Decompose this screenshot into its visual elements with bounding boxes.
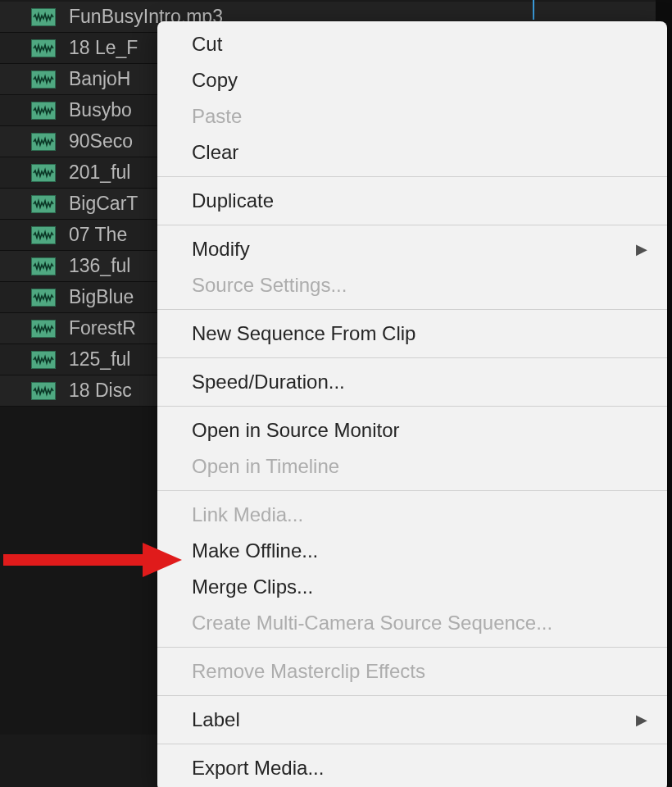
audio-clip-icon	[31, 133, 56, 151]
menu-item-make-offline[interactable]: Make Offline...	[157, 533, 667, 569]
menu-item-label: Paste	[192, 102, 242, 131]
menu-item-clear[interactable]: Clear	[157, 134, 667, 171]
menu-item-paste: Paste	[157, 98, 667, 134]
menu-item-label: New Sequence From Clip	[192, 319, 415, 348]
audio-clip-icon	[31, 102, 56, 120]
menu-item-open-in-source-monitor[interactable]: Open in Source Monitor	[157, 412, 667, 448]
annotation-arrow	[3, 541, 182, 582]
menu-separator	[157, 695, 667, 696]
menu-separator	[157, 744, 667, 744]
menu-item-copy[interactable]: Copy	[157, 62, 667, 98]
audio-clip-icon	[31, 195, 56, 213]
menu-item-export-media[interactable]: Export Media...	[157, 750, 667, 786]
file-name-label: 18 Le_F	[69, 37, 138, 59]
menu-separator	[157, 490, 667, 491]
menu-item-label: Clear	[192, 138, 238, 167]
menu-separator	[157, 225, 667, 225]
audio-clip-icon	[31, 320, 56, 338]
audio-clip-icon	[31, 257, 56, 275]
file-name-label: ForestR	[69, 317, 136, 339]
menu-item-merge-clips[interactable]: Merge Clips...	[157, 569, 667, 605]
submenu-arrow-icon: ▶	[636, 709, 647, 731]
menu-item-source-settings: Source Settings...	[157, 267, 667, 303]
menu-item-label: Source Settings...	[192, 271, 347, 300]
audio-clip-icon	[31, 71, 56, 89]
menu-item-label: Create Multi-Camera Source Sequence...	[192, 608, 552, 638]
file-name-label: 201_ful	[69, 161, 130, 184]
menu-item-modify[interactable]: Modify▶	[157, 231, 667, 267]
menu-item-label: Export Media...	[192, 753, 324, 783]
file-name-label: 90Seco	[69, 130, 133, 152]
menu-item-label: Duplicate	[192, 186, 274, 216]
menu-item-label: Copy	[192, 66, 238, 95]
menu-item-open-in-timeline: Open in Timeline	[157, 448, 667, 484]
menu-item-label: Remove Masterclip Effects	[192, 657, 425, 686]
audio-clip-icon	[31, 351, 56, 369]
audio-clip-icon	[31, 164, 56, 182]
file-name-label: 125_ful	[69, 348, 130, 371]
menu-item-label: Merge Clips...	[192, 572, 313, 602]
context-menu: CutCopyPasteClearDuplicateModify▶Source …	[157, 21, 667, 787]
menu-separator	[157, 176, 667, 177]
menu-item-label: Make Offline...	[192, 536, 318, 566]
menu-item-label: Cut	[192, 30, 222, 59]
menu-item-label: Modify	[192, 234, 250, 264]
svg-marker-1	[143, 543, 182, 577]
audio-clip-icon	[31, 382, 56, 400]
audio-clip-icon	[31, 289, 56, 307]
file-name-label: Busybo	[69, 99, 132, 121]
menu-item-cut[interactable]: Cut	[157, 26, 667, 62]
menu-item-label: Speed/Duration...	[192, 367, 345, 397]
menu-separator	[157, 406, 667, 407]
file-name-label: BigBlue	[69, 286, 134, 308]
menu-separator	[157, 357, 667, 358]
menu-separator	[157, 647, 667, 648]
timeline-playhead	[533, 0, 534, 20]
file-name-label: BigCarT	[69, 193, 138, 215]
audio-clip-icon	[31, 226, 56, 244]
file-name-label: 18 Disc	[69, 380, 132, 402]
menu-item-create-multi-camera-source-sequence: Create Multi-Camera Source Sequence...	[157, 605, 667, 641]
menu-separator	[157, 309, 667, 310]
menu-item-link-media: Link Media...	[157, 497, 667, 533]
menu-item-label: Open in Source Monitor	[192, 416, 399, 445]
menu-item-label: Label	[192, 705, 240, 735]
file-name-label: 07 The	[69, 224, 127, 246]
menu-item-duplicate[interactable]: Duplicate	[157, 183, 667, 219]
menu-item-label[interactable]: Label▶	[157, 702, 667, 738]
audio-clip-icon	[31, 39, 56, 57]
file-name-label: BanjoH	[69, 68, 130, 90]
submenu-arrow-icon: ▶	[636, 239, 647, 261]
menu-item-label: Open in Timeline	[192, 452, 339, 481]
audio-clip-icon	[31, 8, 56, 26]
menu-item-new-sequence-from-clip[interactable]: New Sequence From Clip	[157, 316, 667, 352]
menu-item-label: Link Media...	[192, 500, 303, 530]
menu-item-speed-duration[interactable]: Speed/Duration...	[157, 364, 667, 400]
menu-item-remove-masterclip-effects: Remove Masterclip Effects	[157, 653, 667, 689]
file-name-label: 136_ful	[69, 255, 130, 277]
